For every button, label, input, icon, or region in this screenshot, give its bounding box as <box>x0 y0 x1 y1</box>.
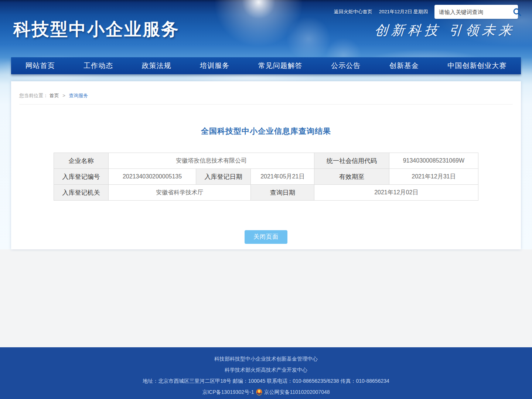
credit-code-label: 统一社会信用代码 <box>314 153 389 169</box>
nav-item-home[interactable]: 网站首页 <box>25 61 55 71</box>
footer-contact-line: 地址：北京市西城区三里河二区甲18号 邮编：100045 联系电话：010-88… <box>0 375 532 386</box>
credit-code-value: 91340300085231069W <box>389 153 478 169</box>
main-nav: 网站首页 工作动态 政策法规 培训服务 常见问题解答 公示公告 创新基金 中国创… <box>11 57 521 74</box>
valid-until-label: 有效期至 <box>314 169 389 185</box>
top-utility-bar: 返回火炬中心首页 2021年12月2日 星期四 <box>334 5 518 19</box>
enterprise-name-value: 安徽塔孜信息技术有限公司 <box>109 153 314 169</box>
police-registration-link[interactable]: 京公网安备11010202007048 <box>264 386 330 398</box>
query-result-table: 企业名称 安徽塔孜信息技术有限公司 统一社会信用代码 9134030008523… <box>54 153 478 201</box>
icp-license-link[interactable]: 京ICP备13019302号-1 <box>202 386 254 398</box>
breadcrumb-home-link[interactable]: 首页 <box>50 93 59 98</box>
reg-authority-label: 入库登记机关 <box>54 185 109 201</box>
breadcrumb-prefix: 您当前位置： <box>19 93 48 98</box>
nav-item-faq[interactable]: 常见问题解答 <box>258 61 303 71</box>
footer-icp-row: 京ICP备13019302号-1 京公网安备11010202007048 <box>0 386 532 398</box>
breadcrumb: 您当前位置： 首页 > 查询服务 <box>19 81 513 105</box>
valid-until-value: 2021年12月31日 <box>389 169 478 185</box>
police-badge-icon <box>256 389 262 396</box>
page-footer: 科技部科技型中小企业技术创新基金管理中心 科学技术部火炬高技术产业开发中心 地址… <box>0 347 532 399</box>
current-date-text: 2021年12月2日 星期四 <box>379 8 428 15</box>
site-slogan: 创新科技 引领未来 <box>374 21 516 40</box>
query-date-label: 查询日期 <box>251 185 314 201</box>
nav-item-announcements[interactable]: 公示公告 <box>331 61 361 71</box>
footer-org-line2: 科学技术部火炬高技术产业开发中心 <box>0 364 532 375</box>
nav-item-innovation-fund[interactable]: 创新基金 <box>389 61 419 71</box>
breadcrumb-separator: > <box>62 93 65 98</box>
site-logo[interactable]: 科技型中小企业服务 <box>13 18 180 41</box>
reg-date-value: 2021年05月21日 <box>251 169 314 185</box>
enterprise-name-label: 企业名称 <box>54 153 109 169</box>
reg-number-value: 202134030200005135 <box>109 169 196 185</box>
torch-center-home-link[interactable]: 返回火炬中心首页 <box>334 8 372 15</box>
reg-date-label: 入库登记日期 <box>196 169 250 185</box>
table-row: 企业名称 安徽塔孜信息技术有限公司 统一社会信用代码 9134030008523… <box>54 153 478 169</box>
search-box[interactable] <box>434 5 518 19</box>
reg-authority-value: 安徽省科学技术厅 <box>109 185 251 201</box>
close-page-button[interactable]: 关闭页面 <box>245 230 287 244</box>
table-row: 入库登记机关 安徽省科学技术厅 查询日期 2021年12月02日 <box>54 185 478 201</box>
search-input[interactable] <box>439 9 512 15</box>
breadcrumb-current-link[interactable]: 查询服务 <box>69 93 88 98</box>
page-title: 全国科技型中小企业信息库查询结果 <box>11 126 521 136</box>
search-icon[interactable] <box>512 7 522 17</box>
content-panel: 您当前位置： 首页 > 查询服务 全国科技型中小企业信息库查询结果 企业名称 安… <box>11 81 521 249</box>
nav-item-training[interactable]: 培训服务 <box>200 61 229 71</box>
query-date-value: 2021年12月02日 <box>314 185 478 201</box>
nav-item-innovation-competition[interactable]: 中国创新创业大赛 <box>447 61 507 71</box>
table-row: 入库登记编号 202134030200005135 入库登记日期 2021年05… <box>54 169 478 185</box>
nav-item-work-news[interactable]: 工作动态 <box>83 61 113 71</box>
nav-item-policies[interactable]: 政策法规 <box>142 61 171 71</box>
reg-number-label: 入库登记编号 <box>54 169 109 185</box>
footer-org-line1: 科技部科技型中小企业技术创新基金管理中心 <box>0 353 532 364</box>
